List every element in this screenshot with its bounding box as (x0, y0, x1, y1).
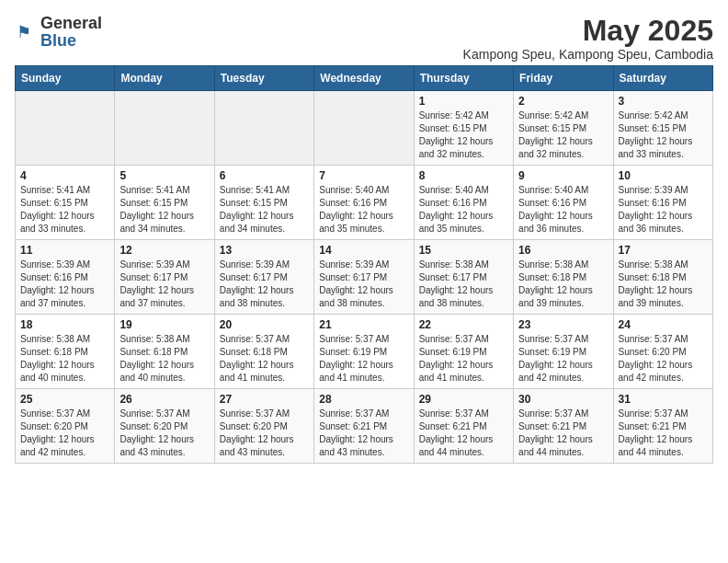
day-number: 24 (619, 318, 708, 331)
day-info: Sunrise: 5:38 AMSunset: 6:18 PMDaylight:… (119, 333, 209, 385)
calendar-cell: 23Sunrise: 5:37 AMSunset: 6:19 PMDayligh… (514, 315, 613, 389)
day-number: 4 (20, 169, 109, 182)
calendar-table: Sunday Monday Tuesday Wednesday Thursday… (15, 65, 713, 464)
calendar-cell: 5Sunrise: 5:41 AMSunset: 6:15 PMDaylight… (115, 166, 214, 240)
calendar-cell: 31Sunrise: 5:37 AMSunset: 6:21 PMDayligh… (613, 389, 712, 464)
day-info: Sunrise: 5:37 AMSunset: 6:20 PMDaylight:… (619, 333, 708, 385)
calendar-cell: 10Sunrise: 5:39 AMSunset: 6:16 PMDayligh… (613, 166, 712, 240)
day-info: Sunrise: 5:37 AMSunset: 6:19 PMDaylight:… (319, 333, 408, 385)
day-info: Sunrise: 5:42 AMSunset: 6:15 PMDaylight:… (518, 109, 608, 161)
day-info: Sunrise: 5:37 AMSunset: 6:20 PMDaylight:… (119, 408, 209, 459)
day-info: Sunrise: 5:40 AMSunset: 6:16 PMDaylight:… (319, 184, 408, 236)
day-info: Sunrise: 5:37 AMSunset: 6:20 PMDaylight:… (220, 408, 309, 459)
day-number: 23 (518, 318, 608, 331)
header-monday: Monday (115, 66, 214, 91)
day-info: Sunrise: 5:37 AMSunset: 6:20 PMDaylight:… (20, 408, 109, 459)
calendar-cell: 9Sunrise: 5:40 AMSunset: 6:16 PMDaylight… (514, 166, 613, 240)
calendar-cell: 4Sunrise: 5:41 AMSunset: 6:15 PMDaylight… (16, 166, 115, 240)
logo-blue: Blue (40, 31, 76, 50)
day-info: Sunrise: 5:37 AMSunset: 6:18 PMDaylight:… (220, 333, 309, 385)
calendar-cell: 21Sunrise: 5:37 AMSunset: 6:19 PMDayligh… (314, 315, 414, 389)
calendar-week-3: 11Sunrise: 5:39 AMSunset: 6:16 PMDayligh… (16, 240, 713, 315)
calendar-cell (314, 91, 414, 166)
calendar-cell: 13Sunrise: 5:39 AMSunset: 6:17 PMDayligh… (214, 240, 313, 315)
day-number: 22 (419, 318, 508, 331)
calendar-cell: 24Sunrise: 5:37 AMSunset: 6:20 PMDayligh… (613, 315, 712, 389)
calendar-week-4: 18Sunrise: 5:38 AMSunset: 6:18 PMDayligh… (16, 315, 713, 389)
day-info: Sunrise: 5:40 AMSunset: 6:16 PMDaylight:… (518, 184, 608, 236)
calendar-week-5: 25Sunrise: 5:37 AMSunset: 6:20 PMDayligh… (16, 389, 713, 464)
day-info: Sunrise: 5:39 AMSunset: 6:17 PMDaylight:… (119, 259, 209, 310)
logo-icon: ⚑ (15, 21, 37, 43)
day-info: Sunrise: 5:38 AMSunset: 6:18 PMDaylight:… (20, 333, 109, 385)
header-wednesday: Wednesday (314, 66, 414, 91)
logo: ⚑ General Blue (15, 15, 102, 50)
calendar-cell (214, 91, 313, 166)
day-number: 8 (419, 169, 508, 182)
day-info: Sunrise: 5:38 AMSunset: 6:18 PMDaylight:… (518, 259, 608, 310)
day-number: 11 (20, 244, 109, 257)
day-number: 14 (319, 244, 408, 257)
calendar-cell: 11Sunrise: 5:39 AMSunset: 6:16 PMDayligh… (16, 240, 115, 315)
calendar-cell: 12Sunrise: 5:39 AMSunset: 6:17 PMDayligh… (115, 240, 214, 315)
svg-text:⚑: ⚑ (17, 23, 31, 41)
day-number: 5 (119, 169, 209, 182)
day-number: 18 (20, 318, 109, 331)
header-friday: Friday (514, 66, 613, 91)
calendar-cell: 22Sunrise: 5:37 AMSunset: 6:19 PMDayligh… (414, 315, 513, 389)
day-number: 17 (619, 244, 708, 257)
day-number: 13 (220, 244, 309, 257)
calendar-cell: 14Sunrise: 5:39 AMSunset: 6:17 PMDayligh… (314, 240, 414, 315)
day-info: Sunrise: 5:37 AMSunset: 6:21 PMDaylight:… (319, 408, 408, 459)
day-number: 27 (220, 393, 309, 406)
day-info: Sunrise: 5:37 AMSunset: 6:21 PMDaylight:… (619, 408, 708, 459)
calendar-cell: 6Sunrise: 5:41 AMSunset: 6:15 PMDaylight… (214, 166, 313, 240)
calendar-cell: 29Sunrise: 5:37 AMSunset: 6:21 PMDayligh… (414, 389, 513, 464)
day-info: Sunrise: 5:40 AMSunset: 6:16 PMDaylight:… (419, 184, 508, 236)
day-number: 12 (119, 244, 209, 257)
day-number: 31 (619, 393, 708, 406)
calendar-cell: 16Sunrise: 5:38 AMSunset: 6:18 PMDayligh… (514, 240, 613, 315)
day-info: Sunrise: 5:39 AMSunset: 6:16 PMDaylight:… (619, 184, 708, 236)
logo-general: General (40, 14, 102, 32)
day-number: 16 (518, 244, 608, 257)
day-info: Sunrise: 5:37 AMSunset: 6:19 PMDaylight:… (518, 333, 608, 385)
day-info: Sunrise: 5:37 AMSunset: 6:21 PMDaylight:… (419, 408, 508, 459)
day-number: 6 (220, 169, 309, 182)
calendar-cell: 8Sunrise: 5:40 AMSunset: 6:16 PMDaylight… (414, 166, 513, 240)
day-number: 1 (419, 95, 508, 108)
calendar-cell: 20Sunrise: 5:37 AMSunset: 6:18 PMDayligh… (214, 315, 313, 389)
calendar-week-1: 1Sunrise: 5:42 AMSunset: 6:15 PMDaylight… (16, 91, 713, 166)
day-info: Sunrise: 5:37 AMSunset: 6:19 PMDaylight:… (419, 333, 508, 385)
day-number: 9 (518, 169, 608, 182)
calendar-cell: 2Sunrise: 5:42 AMSunset: 6:15 PMDaylight… (514, 91, 613, 166)
calendar-cell: 3Sunrise: 5:42 AMSunset: 6:15 PMDaylight… (613, 91, 712, 166)
calendar-cell: 30Sunrise: 5:37 AMSunset: 6:21 PMDayligh… (514, 389, 613, 464)
title-block: May 2025 Kampong Speu, Kampong Speu, Cam… (463, 15, 713, 62)
calendar-cell: 18Sunrise: 5:38 AMSunset: 6:18 PMDayligh… (16, 315, 115, 389)
day-info: Sunrise: 5:39 AMSunset: 6:16 PMDaylight:… (20, 259, 109, 310)
calendar-cell: 25Sunrise: 5:37 AMSunset: 6:20 PMDayligh… (16, 389, 115, 464)
header-saturday: Saturday (613, 66, 712, 91)
calendar-cell: 7Sunrise: 5:40 AMSunset: 6:16 PMDaylight… (314, 166, 414, 240)
calendar-cell: 19Sunrise: 5:38 AMSunset: 6:18 PMDayligh… (115, 315, 214, 389)
day-info: Sunrise: 5:38 AMSunset: 6:17 PMDaylight:… (419, 259, 508, 310)
day-number: 19 (119, 318, 209, 331)
day-number: 26 (119, 393, 209, 406)
day-number: 2 (518, 95, 608, 108)
calendar-cell: 26Sunrise: 5:37 AMSunset: 6:20 PMDayligh… (115, 389, 214, 464)
day-number: 10 (619, 169, 708, 182)
day-number: 25 (20, 393, 109, 406)
calendar-week-2: 4Sunrise: 5:41 AMSunset: 6:15 PMDaylight… (16, 166, 713, 240)
header-sunday: Sunday (16, 66, 115, 91)
calendar-title: May 2025 (463, 15, 713, 47)
calendar-subtitle: Kampong Speu, Kampong Speu, Cambodia (463, 47, 713, 62)
day-info: Sunrise: 5:38 AMSunset: 6:18 PMDaylight:… (619, 259, 708, 310)
day-info: Sunrise: 5:41 AMSunset: 6:15 PMDaylight:… (220, 184, 309, 236)
day-number: 7 (319, 169, 408, 182)
day-number: 21 (319, 318, 408, 331)
day-number: 20 (220, 318, 309, 331)
header-tuesday: Tuesday (214, 66, 313, 91)
calendar-cell: 15Sunrise: 5:38 AMSunset: 6:17 PMDayligh… (414, 240, 513, 315)
calendar-cell (115, 91, 214, 166)
